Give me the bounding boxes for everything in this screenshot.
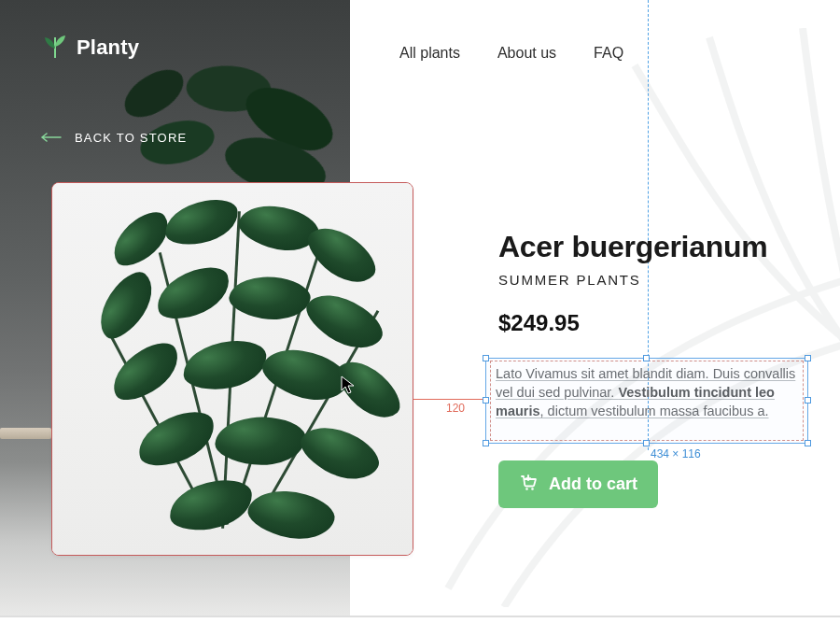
selection-handle[interactable] <box>483 355 489 361</box>
selected-text-block[interactable]: Lato Vivamus sit amet blandit diam. Duis… <box>485 358 808 444</box>
product-description-suffix: , dictum vestibulum massa faucibus a. <box>540 404 769 418</box>
page-bottom-divider <box>0 616 840 617</box>
product-image-card[interactable] <box>51 182 413 556</box>
brand-logo[interactable]: Planty <box>43 35 139 60</box>
svg-point-0 <box>525 488 528 490</box>
selection-handle[interactable] <box>643 440 650 446</box>
arrow-left-icon <box>41 129 62 146</box>
logo-leaf-icon <box>43 35 67 60</box>
nav-about-us[interactable]: About us <box>497 45 556 62</box>
product-photo <box>52 183 413 555</box>
selection-dimensions-label: 434 × 116 <box>651 447 701 460</box>
selection-handle[interactable] <box>805 440 811 446</box>
add-to-cart-button[interactable]: Add to cart <box>498 460 658 508</box>
back-to-store-link[interactable]: BACK TO STORE <box>41 129 187 146</box>
spacing-measure-label: 120 <box>446 402 465 415</box>
selection-handle[interactable] <box>643 355 650 361</box>
product-price: $249.95 <box>498 310 821 336</box>
nav-all-plants[interactable]: All plants <box>399 45 460 62</box>
product-title: Acer buergerianum <box>498 230 821 264</box>
primary-nav: All plants About us FAQ <box>399 45 623 62</box>
brand-name: Planty <box>77 35 139 60</box>
selection-handle[interactable] <box>805 397 811 404</box>
back-to-store-label: BACK TO STORE <box>75 131 187 145</box>
add-to-cart-label: Add to cart <box>549 474 637 494</box>
product-category: SUMMER PLANTS <box>498 272 821 288</box>
mouse-cursor-icon <box>341 375 356 398</box>
nav-faq[interactable]: FAQ <box>594 45 623 62</box>
cart-icon <box>519 473 538 496</box>
product-description: Lato Vivamus sit amet blandit diam. Duis… <box>496 364 798 420</box>
selection-handle[interactable] <box>483 397 489 404</box>
table-edge-decoration <box>0 428 51 439</box>
selection-handle[interactable] <box>805 355 811 361</box>
product-details: Acer buergerianum SUMMER PLANTS $249.95 <box>498 230 821 336</box>
svg-point-1 <box>531 488 534 490</box>
spacing-guide-line <box>413 399 484 400</box>
selection-handle[interactable] <box>483 440 489 446</box>
